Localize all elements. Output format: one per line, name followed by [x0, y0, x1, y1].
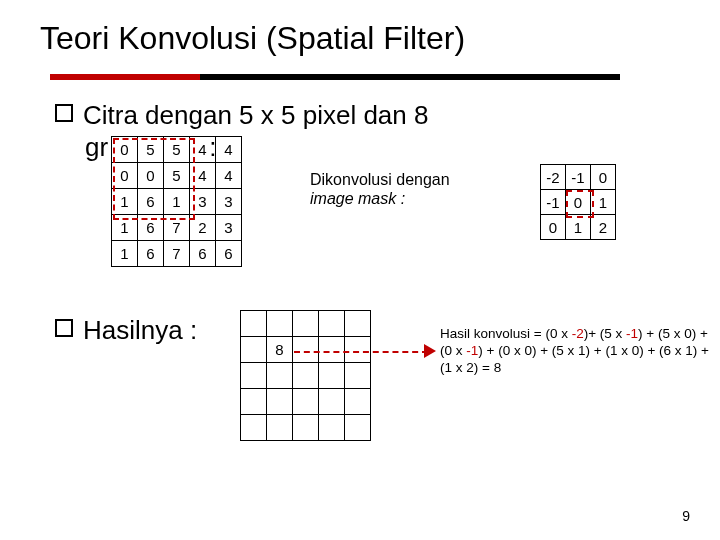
explain-mid1: )+ (5 x	[584, 326, 626, 341]
bullet-hasilnya-text: Hasilnya :	[83, 315, 197, 345]
table-cell: 3	[216, 215, 242, 241]
table-cell: 0	[591, 165, 616, 190]
table-cell: 5	[164, 163, 190, 189]
arrow-shaft	[294, 351, 428, 353]
bullet-citra: Citra dengan 5 x 5 pixel dan 8	[55, 100, 428, 131]
slide: Teori Konvolusi (Spatial Filter) Citra d…	[0, 0, 720, 540]
bullet-hasilnya: Hasilnya :	[55, 315, 197, 346]
table-cell: 1	[566, 215, 591, 240]
table-cell: 6	[138, 189, 164, 215]
result-grid: 8	[240, 310, 371, 441]
table-cell: 5	[138, 137, 164, 163]
table-cell: 3	[190, 189, 216, 215]
table-cell: 0	[112, 163, 138, 189]
bullet-citra-line1: Citra dengan 5 x 5 pixel dan 8	[83, 100, 428, 130]
table-cell: 6	[216, 241, 242, 267]
table-cell: 2	[591, 215, 616, 240]
table-cell: 3	[216, 189, 242, 215]
explain-mid3: ) + (0 x 0) + (5 x 1) + (1 x 0) + (6 x 1…	[440, 343, 709, 375]
source-grid: 0 5 5 4 4 0 0 5 4 4 1 6 1 3 3 1 6 7 2 3	[111, 136, 242, 267]
table-cell: 4	[190, 137, 216, 163]
table-cell: 0	[541, 215, 566, 240]
table-cell: 4	[216, 137, 242, 163]
table-cell: 7	[164, 215, 190, 241]
caption-line1: Dikonvolusi dengan	[310, 171, 450, 188]
mask-grid: -2 -1 0 -1 0 1 0 1 2	[540, 164, 616, 240]
bullet-box-icon	[55, 104, 73, 122]
result-explanation: Hasil konvolusi = (0 x -2)+ (5 x -1) + (…	[440, 326, 712, 377]
table-cell: 2	[190, 215, 216, 241]
result-cell: 8	[267, 337, 293, 363]
table-cell: 1	[591, 190, 616, 215]
table-cell: -2	[541, 165, 566, 190]
arrow-head-icon	[424, 344, 436, 358]
caption-dikonvolusi: Dikonvolusi dengan image mask :	[310, 170, 450, 208]
table-cell: 1	[112, 241, 138, 267]
table-cell: 6	[138, 215, 164, 241]
bullet-box-icon	[55, 319, 73, 337]
table-cell: -1	[566, 165, 591, 190]
table-cell: 0	[566, 190, 591, 215]
title-rule-accent	[50, 74, 200, 80]
explain-neg1a: -1	[626, 326, 638, 341]
page-title: Teori Konvolusi (Spatial Filter)	[40, 20, 465, 57]
explain-neg1b: -1	[466, 343, 478, 358]
caption-line2: image mask :	[310, 190, 405, 207]
table-cell: 1	[164, 189, 190, 215]
page-number: 9	[682, 508, 690, 524]
table-cell: 0	[112, 137, 138, 163]
table-cell: 4	[190, 163, 216, 189]
table-cell: 6	[138, 241, 164, 267]
table-cell: 1	[112, 189, 138, 215]
table-cell: 4	[216, 163, 242, 189]
table-cell: 1	[112, 215, 138, 241]
table-cell: -1	[541, 190, 566, 215]
explain-prefix: Hasil konvolusi = (0 x	[440, 326, 572, 341]
table-cell: 0	[138, 163, 164, 189]
table-cell: 7	[164, 241, 190, 267]
explain-neg2: -2	[572, 326, 584, 341]
table-cell: 5	[164, 137, 190, 163]
table-cell: 6	[190, 241, 216, 267]
